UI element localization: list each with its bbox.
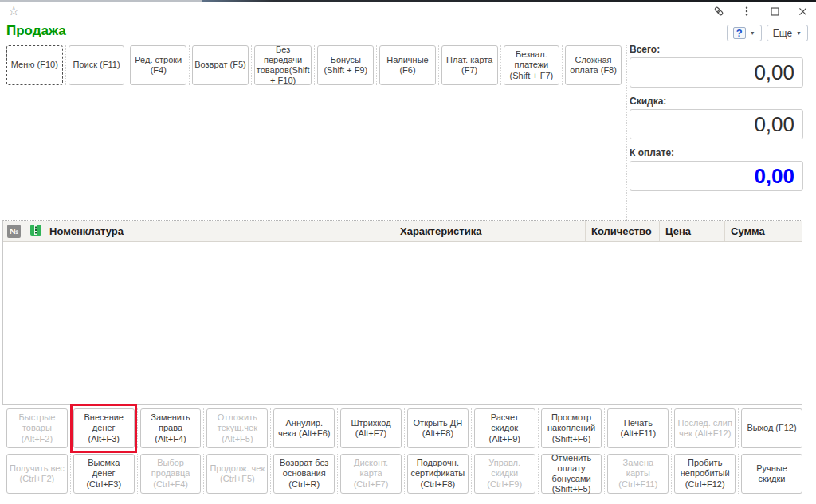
barcode-button[interactable]: Штрихкод (Alt+F7) (340, 408, 402, 448)
cash-button[interactable]: Наличные (F6) (379, 45, 436, 85)
bonuses-button[interactable]: Бонусы (Shift + F9) (317, 45, 374, 85)
items-table-body[interactable] (3, 242, 802, 406)
calc-discounts-label: Расчет скидок (Alt+F9) (477, 412, 533, 444)
view-accumulations-button[interactable]: Просмотр накоплений (Shift+F6) (541, 408, 602, 448)
replace-card-label: Замена карты (Ctrl+F11) (610, 458, 666, 490)
items-table-header: № Номенклатура Характеристика Количество… (3, 221, 802, 242)
command-toolbar: Меню (F10)Поиск (F11)Ред. строки (F4)Воз… (6, 45, 622, 85)
payable-label: К оплате: (630, 147, 803, 158)
column-quantity: Количество (585, 221, 659, 241)
kebab-menu-icon[interactable] (741, 6, 752, 17)
help-button[interactable]: ? ▼ (727, 25, 762, 41)
maximize-icon[interactable] (769, 6, 780, 17)
quick-goods-button: Быстрые товары (Alt+F2) (6, 408, 68, 448)
hold-current-receipt-label: Отложить текущ.чек (Alt+F5) (209, 412, 265, 444)
punch-unpunched-receipt-label: Пробить непробитый (Ctrl+F12) (677, 458, 733, 490)
edit-row-button[interactable]: Ред. строки (F4) (130, 45, 186, 85)
button-separator (562, 45, 563, 85)
button-separator (404, 454, 405, 494)
menu-label: Меню (F10) (9, 60, 61, 70)
return-no-reason-button[interactable]: Возврат без основания (Ctrl+R) (273, 454, 335, 494)
exit-label: Выход (F12) (743, 423, 800, 433)
cancel-bonus-payment-button[interactable]: Отменить оплату бонусами (Shift+F5) (541, 454, 602, 494)
discount-field: 0,00 (630, 109, 803, 139)
cash-out-button[interactable]: Выемка денег (Ctrl+F3) (73, 454, 135, 494)
button-separator (65, 45, 66, 85)
discount-card-button: Дисконт. карта (Ctrl+F7) (340, 454, 402, 494)
cashless-payments-button[interactable]: Безнал. платежи (Shift + F7) (504, 45, 560, 85)
get-weight-label: Получить вес (Ctrl+F2) (9, 463, 65, 484)
cash-in-button[interactable]: Внесение денег (Alt+F3) (73, 408, 135, 448)
page-title: Продажа (6, 23, 66, 39)
column-price: Цена (659, 221, 724, 241)
link-icon[interactable] (713, 6, 724, 17)
more-button-label: Еще (773, 28, 792, 39)
nomenclature-icon-cell (25, 224, 46, 239)
items-table: № Номенклатура Характеристика Количество… (2, 220, 802, 405)
button-separator (251, 45, 252, 85)
favorite-star-icon[interactable]: ☆ (8, 3, 19, 18)
open-cash-drawer-label: Открыть ДЯ (Alt+F8) (410, 418, 466, 439)
punch-unpunched-receipt-button[interactable]: Пробить непробитый (Ctrl+F12) (674, 454, 736, 494)
nomenclature-icon (29, 224, 42, 239)
barcode-label: Штрихкод (Alt+F7) (343, 418, 399, 439)
manual-discounts-button[interactable]: Ручные скидки (741, 454, 802, 494)
payment-card-button[interactable]: Плат. карта (F7) (441, 45, 498, 85)
no-goods-transfer-label: Без передачи товаров(Shift + F10) (257, 45, 310, 87)
button-separator (671, 454, 672, 494)
button-separator (337, 454, 338, 494)
button-separator (270, 408, 271, 448)
chevron-down-icon: ▼ (796, 30, 802, 36)
button-separator (738, 408, 739, 448)
button-separator (471, 454, 472, 494)
discount-value: 0,00 (754, 112, 794, 137)
cash-label: Наличные (F6) (382, 55, 434, 76)
button-separator (538, 408, 539, 448)
view-accumulations-label: Просмотр накоплений (Shift+F6) (543, 412, 600, 444)
select-seller-button: Выбор продавца (Ctrl+F4) (140, 454, 202, 494)
gift-certificates-button[interactable]: Подарочн. сертификаты (Ctrl+F8) (407, 454, 469, 494)
button-separator (337, 408, 338, 448)
open-cash-drawer-button[interactable]: Открыть ДЯ (Alt+F8) (407, 408, 469, 448)
exit-button[interactable]: Выход (F12) (741, 408, 802, 448)
hold-current-receipt-button: Отложить текущ.чек (Alt+F5) (206, 408, 268, 448)
complex-payment-button[interactable]: Сложная оплата (F8) (565, 45, 622, 85)
payable-value: 0,00 (754, 164, 794, 189)
row-number-icon: № (7, 225, 21, 238)
return-button[interactable]: Возврат (F5) (192, 45, 249, 85)
search-button[interactable]: Поиск (F11) (69, 45, 125, 85)
column-sum: Сумма (724, 221, 802, 241)
calc-discounts-button[interactable]: Расчет скидок (Alt+F9) (474, 408, 536, 448)
manual-discounts-label: Ручные скидки (743, 463, 800, 484)
discount-label: Скидка: (630, 96, 803, 107)
replace-rights-button[interactable]: Заменить права (Alt+F4) (140, 408, 202, 448)
continue-receipt-label: Продолж. чек (Ctrl+F5) (209, 463, 265, 484)
button-separator (70, 408, 71, 448)
button-separator (203, 454, 204, 494)
chevron-down-icon: ▼ (750, 30, 755, 36)
button-separator (376, 45, 377, 85)
menu-button[interactable]: Меню (F10) (6, 45, 63, 85)
close-icon[interactable] (797, 6, 808, 17)
void-receipt-button[interactable]: Аннулир. чека (Alt+F6) (273, 408, 335, 448)
print-button[interactable]: Печать (Alt+F11) (607, 408, 669, 448)
return-no-reason-label: Возврат без основания (Ctrl+R) (276, 458, 332, 490)
button-separator (137, 408, 138, 448)
button-separator (70, 454, 71, 494)
bottom-button-row-2: Получить вес (Ctrl+F2)Выемка денег (Ctrl… (6, 454, 802, 494)
last-slip-receipt-label: Послед. слип чек (Alt+F12) (677, 418, 733, 439)
manage-discounts-label: Управл. скидки (Ctrl+F9) (477, 458, 533, 490)
payable-field: 0,00 (630, 161, 803, 191)
void-receipt-label: Аннулир. чека (Alt+F6) (276, 418, 332, 439)
return-label: Возврат (F5) (194, 60, 246, 70)
button-separator (500, 45, 501, 85)
button-separator (604, 408, 605, 448)
more-button[interactable]: Еще ▼ (767, 25, 808, 41)
no-goods-transfer-button[interactable]: Без передачи товаров(Shift + F10) (254, 45, 312, 85)
window-edge-dark (202, 0, 816, 2)
total-field: 0,00 (630, 57, 803, 88)
button-separator (270, 454, 271, 494)
manage-discounts-button: Управл. скидки (Ctrl+F9) (474, 454, 536, 494)
button-separator (471, 408, 472, 448)
cancel-bonus-payment-label: Отменить оплату бонусами (Shift+F5) (543, 453, 600, 495)
